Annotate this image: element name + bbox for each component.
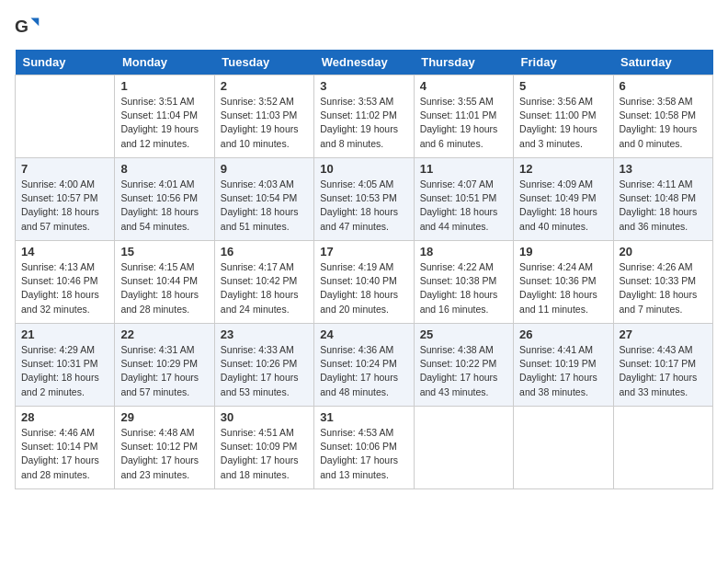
calendar-cell: 15Sunrise: 4:15 AM Sunset: 10:44 PM Dayl… (115, 241, 214, 324)
day-number: 11 (420, 162, 507, 176)
day-info: Sunrise: 4:03 AM Sunset: 10:54 PM Daylig… (221, 178, 308, 234)
calendar-cell: 3Sunrise: 3:53 AM Sunset: 11:02 PM Dayli… (314, 75, 414, 158)
day-number: 18 (420, 245, 507, 259)
day-number: 7 (21, 162, 108, 176)
day-info: Sunrise: 4:09 AM Sunset: 10:49 PM Daylig… (519, 178, 607, 234)
day-info: Sunrise: 4:38 AM Sunset: 10:22 PM Daylig… (420, 343, 507, 399)
day-number: 10 (320, 162, 407, 176)
calendar-cell: 16Sunrise: 4:17 AM Sunset: 10:42 PM Dayl… (214, 241, 313, 324)
calendar-table: SundayMondayTuesdayWednesdayThursdayFrid… (15, 50, 713, 489)
day-info: Sunrise: 3:52 AM Sunset: 11:03 PM Daylig… (221, 95, 308, 151)
day-info: Sunrise: 3:58 AM Sunset: 10:58 PM Daylig… (620, 95, 707, 151)
day-info: Sunrise: 4:29 AM Sunset: 10:31 PM Daylig… (21, 343, 108, 399)
day-number: 17 (320, 245, 407, 259)
calendar-cell: 18Sunrise: 4:22 AM Sunset: 10:38 PM Dayl… (414, 241, 513, 324)
calendar-cell: 29Sunrise: 4:48 AM Sunset: 10:12 PM Dayl… (115, 407, 214, 489)
day-info: Sunrise: 4:43 AM Sunset: 10:17 PM Daylig… (620, 343, 707, 399)
day-info: Sunrise: 4:51 AM Sunset: 10:09 PM Daylig… (221, 426, 308, 482)
calendar-cell: 12Sunrise: 4:09 AM Sunset: 10:49 PM Dayl… (514, 158, 613, 241)
day-number: 1 (120, 79, 208, 93)
calendar-cell: 31Sunrise: 4:53 AM Sunset: 10:06 PM Dayl… (314, 407, 414, 489)
day-number: 21 (21, 327, 108, 341)
logo: G (15, 15, 44, 40)
calendar-week-5: 28Sunrise: 4:46 AM Sunset: 10:14 PM Dayl… (16, 407, 713, 489)
day-number: 29 (120, 410, 208, 424)
day-info: Sunrise: 4:01 AM Sunset: 10:56 PM Daylig… (120, 178, 208, 234)
header-row: SundayMondayTuesdayWednesdayThursdayFrid… (16, 50, 713, 75)
day-info: Sunrise: 4:31 AM Sunset: 10:29 PM Daylig… (120, 343, 208, 399)
calendar-week-3: 14Sunrise: 4:13 AM Sunset: 10:46 PM Dayl… (16, 241, 713, 324)
day-info: Sunrise: 3:53 AM Sunset: 11:02 PM Daylig… (320, 95, 407, 151)
calendar-cell: 11Sunrise: 4:07 AM Sunset: 10:51 PM Dayl… (414, 158, 513, 241)
day-info: Sunrise: 4:17 AM Sunset: 10:42 PM Daylig… (221, 260, 308, 316)
day-number: 28 (21, 410, 108, 424)
header-wednesday: Wednesday (314, 50, 414, 75)
day-number: 30 (221, 410, 308, 424)
day-info: Sunrise: 4:48 AM Sunset: 10:12 PM Daylig… (120, 426, 208, 482)
calendar-cell: 8Sunrise: 4:01 AM Sunset: 10:56 PM Dayli… (115, 158, 214, 241)
day-info: Sunrise: 4:13 AM Sunset: 10:46 PM Daylig… (21, 260, 108, 316)
day-number: 6 (620, 79, 707, 93)
calendar-cell: 24Sunrise: 4:36 AM Sunset: 10:24 PM Dayl… (314, 324, 414, 407)
calendar-cell: 1Sunrise: 3:51 AM Sunset: 11:04 PM Dayli… (115, 75, 214, 158)
day-info: Sunrise: 4:36 AM Sunset: 10:24 PM Daylig… (320, 343, 407, 399)
calendar-cell: 28Sunrise: 4:46 AM Sunset: 10:14 PM Dayl… (16, 407, 115, 489)
header-monday: Monday (115, 50, 214, 75)
day-number: 13 (620, 162, 707, 176)
day-number: 22 (120, 327, 208, 341)
day-info: Sunrise: 4:41 AM Sunset: 10:19 PM Daylig… (519, 343, 607, 399)
header-friday: Friday (514, 50, 613, 75)
calendar-cell: 21Sunrise: 4:29 AM Sunset: 10:31 PM Dayl… (16, 324, 115, 407)
day-info: Sunrise: 3:56 AM Sunset: 11:00 PM Daylig… (519, 95, 607, 151)
header-saturday: Saturday (613, 50, 712, 75)
day-info: Sunrise: 4:05 AM Sunset: 10:53 PM Daylig… (320, 178, 407, 234)
calendar-cell: 26Sunrise: 4:41 AM Sunset: 10:19 PM Dayl… (514, 324, 613, 407)
calendar-cell: 2Sunrise: 3:52 AM Sunset: 11:03 PM Dayli… (214, 75, 313, 158)
calendar-cell (16, 75, 115, 158)
svg-text:G: G (15, 17, 28, 36)
day-info: Sunrise: 4:11 AM Sunset: 10:48 PM Daylig… (620, 178, 707, 234)
calendar-cell (514, 407, 613, 489)
header-tuesday: Tuesday (214, 50, 313, 75)
calendar-cell: 5Sunrise: 3:56 AM Sunset: 11:00 PM Dayli… (514, 75, 613, 158)
calendar-week-1: 1Sunrise: 3:51 AM Sunset: 11:04 PM Dayli… (16, 75, 713, 158)
calendar-week-4: 21Sunrise: 4:29 AM Sunset: 10:31 PM Dayl… (16, 324, 713, 407)
calendar-cell: 30Sunrise: 4:51 AM Sunset: 10:09 PM Dayl… (214, 407, 313, 489)
day-info: Sunrise: 4:53 AM Sunset: 10:06 PM Daylig… (320, 426, 407, 482)
calendar-cell: 23Sunrise: 4:33 AM Sunset: 10:26 PM Dayl… (214, 324, 313, 407)
day-info: Sunrise: 4:00 AM Sunset: 10:57 PM Daylig… (21, 178, 108, 234)
calendar-cell: 17Sunrise: 4:19 AM Sunset: 10:40 PM Dayl… (314, 241, 414, 324)
day-number: 2 (221, 79, 308, 93)
calendar-cell: 6Sunrise: 3:58 AM Sunset: 10:58 PM Dayli… (613, 75, 712, 158)
calendar-header: SundayMondayTuesdayWednesdayThursdayFrid… (16, 50, 713, 75)
day-number: 4 (420, 79, 507, 93)
day-number: 3 (320, 79, 407, 93)
calendar-cell (414, 407, 513, 489)
page-header: G (15, 15, 713, 40)
logo-icon: G (15, 15, 40, 40)
day-number: 9 (221, 162, 308, 176)
calendar-cell: 13Sunrise: 4:11 AM Sunset: 10:48 PM Dayl… (613, 158, 712, 241)
day-number: 26 (519, 327, 607, 341)
day-info: Sunrise: 4:24 AM Sunset: 10:36 PM Daylig… (519, 260, 607, 316)
calendar-cell: 19Sunrise: 4:24 AM Sunset: 10:36 PM Dayl… (514, 241, 613, 324)
calendar-cell (613, 407, 712, 489)
calendar-cell: 22Sunrise: 4:31 AM Sunset: 10:29 PM Dayl… (115, 324, 214, 407)
calendar-cell: 7Sunrise: 4:00 AM Sunset: 10:57 PM Dayli… (16, 158, 115, 241)
day-info: Sunrise: 4:07 AM Sunset: 10:51 PM Daylig… (420, 178, 507, 234)
day-number: 19 (519, 245, 607, 259)
day-info: Sunrise: 4:22 AM Sunset: 10:38 PM Daylig… (420, 260, 507, 316)
header-sunday: Sunday (16, 50, 115, 75)
svg-marker-1 (31, 18, 40, 27)
day-info: Sunrise: 4:19 AM Sunset: 10:40 PM Daylig… (320, 260, 407, 316)
day-info: Sunrise: 4:15 AM Sunset: 10:44 PM Daylig… (120, 260, 208, 316)
day-number: 16 (221, 245, 308, 259)
calendar-body: 1Sunrise: 3:51 AM Sunset: 11:04 PM Dayli… (16, 75, 713, 489)
day-number: 8 (120, 162, 208, 176)
day-number: 24 (320, 327, 407, 341)
day-number: 25 (420, 327, 507, 341)
day-number: 20 (620, 245, 707, 259)
day-number: 27 (620, 327, 707, 341)
calendar-cell: 9Sunrise: 4:03 AM Sunset: 10:54 PM Dayli… (214, 158, 313, 241)
calendar-cell: 10Sunrise: 4:05 AM Sunset: 10:53 PM Dayl… (314, 158, 414, 241)
